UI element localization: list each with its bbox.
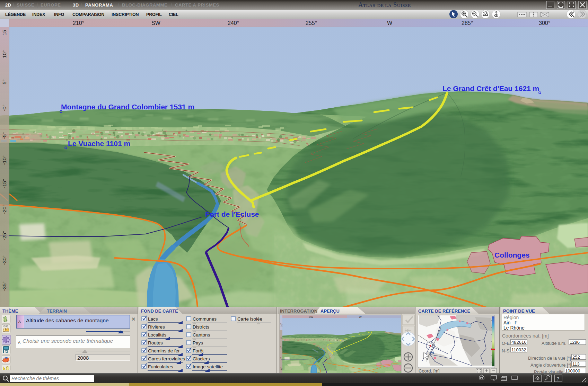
svg-text:Funiculaires: Funiculaires xyxy=(148,364,173,369)
svg-text:Communes: Communes xyxy=(193,316,217,322)
svg-text:Forêt: Forêt xyxy=(193,348,204,353)
svg-text:Cantons: Cantons xyxy=(193,332,210,338)
svg-text:Pays: Pays xyxy=(193,340,203,345)
svg-text:10°: 10° xyxy=(280,323,283,327)
svg-text:-10°: -10° xyxy=(280,346,283,350)
svg-text:Image satellite: Image satellite xyxy=(193,364,223,369)
svg-text:Le Grand Crêt d'Eau 1621 m: Le Grand Crêt d'Eau 1621 m xyxy=(442,84,539,92)
svg-text:-20°: -20° xyxy=(280,357,283,361)
svg-text:Localités: Localités xyxy=(148,332,167,338)
svg-text:Le Vuache 1101 m: Le Vuache 1101 m xyxy=(68,140,130,147)
svg-text:Rivières: Rivières xyxy=(148,324,165,330)
svg-text:Districts: Districts xyxy=(193,324,209,330)
svg-text:Chemins de fer: Chemins de fer xyxy=(148,348,180,353)
svg-text:Lacs: Lacs xyxy=(148,316,158,322)
svg-text:-30°: -30° xyxy=(280,367,283,371)
svg-text:?: ? xyxy=(556,376,559,381)
svg-text:Gares ferroviaires: Gares ferroviaires xyxy=(148,356,185,361)
svg-text:W: W xyxy=(359,315,362,318)
svg-text:0°: 0° xyxy=(280,336,283,339)
svg-text:SW: SW xyxy=(309,315,313,318)
svg-text:Routes: Routes xyxy=(148,340,163,345)
svg-text:Carte isolée: Carte isolée xyxy=(237,316,262,322)
svg-text:Recherche de thèmes: Recherche de thèmes xyxy=(11,376,59,381)
svg-text:Coord. [m]: Coord. [m] xyxy=(419,368,440,374)
svg-text:Montagne du Grand Colombier: Montagne du Grand Colombier 1531 m xyxy=(61,103,194,111)
svg-text:Collonges: Collonges xyxy=(494,251,530,259)
svg-text:Fort de l'Ecluse: Fort de l'Ecluse xyxy=(205,210,259,218)
svg-text:Glaciers: Glaciers xyxy=(193,356,210,361)
